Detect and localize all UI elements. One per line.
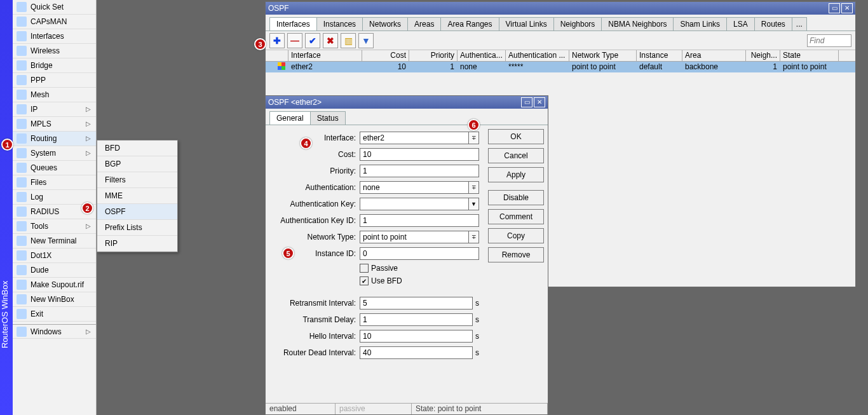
tab-virtual-links[interactable]: Virtual Links (499, 17, 554, 31)
menu-item-quick-set[interactable]: Quick Set (13, 0, 96, 15)
tab-lsa[interactable]: LSA (726, 17, 755, 31)
menu-item-wireless[interactable]: Wireless (13, 44, 96, 58)
interface-field[interactable] (360, 132, 469, 144)
tab-interfaces[interactable]: Interfaces (269, 17, 317, 31)
tab-area-ranges[interactable]: Area Ranges (440, 17, 499, 31)
col-header[interactable]: Instance (637, 50, 682, 61)
menu-item-queues[interactable]: Queues (13, 161, 96, 175)
submenu-item-mme[interactable]: MME (97, 188, 177, 204)
menu-icon (17, 104, 27, 114)
close-icon[interactable]: ✕ (534, 97, 545, 107)
dead-field[interactable] (360, 346, 473, 359)
col-header[interactable]: Cost (362, 50, 409, 61)
tab-areas[interactable]: Areas (407, 17, 441, 31)
menu-item-windows[interactable]: Windows▷ (13, 324, 96, 339)
enable-button[interactable]: ✔ (305, 33, 320, 48)
tab-instances[interactable]: Instances (316, 17, 363, 31)
submenu-item-filters[interactable]: Filters (97, 172, 177, 188)
menu-item-ppp[interactable]: PPP (13, 73, 96, 88)
hello-field[interactable] (360, 330, 473, 343)
menu-item-dot1x[interactable]: Dot1X (13, 248, 96, 263)
retrans-field[interactable] (360, 297, 473, 310)
menu-item-mesh[interactable]: Mesh (13, 88, 96, 102)
apply-button[interactable]: Apply (488, 167, 544, 182)
menu-item-dude[interactable]: Dude (13, 263, 96, 278)
authkeyid-field[interactable] (360, 214, 479, 227)
close-icon[interactable]: ✕ (841, 3, 853, 13)
priority-field[interactable] (360, 165, 479, 177)
menu-item-capsman[interactable]: CAPsMAN (13, 15, 96, 29)
label-cost: Cost: (271, 150, 360, 159)
menu-item-routing[interactable]: Routing▷ (13, 132, 96, 146)
instid-field[interactable] (360, 247, 479, 260)
comment-button[interactable]: Comment (488, 209, 544, 224)
remove-btn[interactable]: Remove (488, 247, 544, 262)
submenu-item-bgp[interactable]: BGP (97, 156, 177, 172)
disable-button[interactable]: Disable (488, 190, 544, 205)
col-header[interactable]: Authentica... (458, 50, 506, 61)
menu-item-system[interactable]: System▷ (13, 146, 96, 161)
col-header[interactable]: Interface (288, 50, 362, 61)
menu-item-exit[interactable]: Exit (13, 307, 96, 322)
col-header[interactable]: Network Type (569, 50, 637, 61)
interface-dropdown[interactable]: ∓ (469, 132, 479, 144)
find-input[interactable] (807, 34, 851, 47)
tab-general[interactable]: General (269, 111, 311, 125)
submenu-item-prefix-lists[interactable]: Prefix Lists (97, 220, 177, 236)
menu-item-bridge[interactable]: Bridge (13, 58, 96, 73)
menu-item-new-terminal[interactable]: New Terminal (13, 234, 96, 248)
col-header[interactable]: Area (682, 50, 746, 61)
add-button[interactable]: ✚ (269, 33, 285, 48)
tab-more[interactable]: ... (792, 17, 807, 31)
authkey-dropdown[interactable]: ▼ (469, 198, 479, 210)
table-row[interactable]: ether2101none*****point to pointdefaultb… (266, 62, 855, 72)
restore-icon[interactable]: ▭ (521, 97, 532, 107)
tab-sham-links[interactable]: Sham Links (673, 17, 727, 31)
nettype-dropdown[interactable]: ∓ (469, 231, 479, 243)
copy-button[interactable]: Copy (488, 228, 544, 243)
col-header[interactable] (266, 50, 288, 61)
nettype-field[interactable] (360, 231, 469, 243)
menu-item-tools[interactable]: Tools▷ (13, 219, 96, 234)
comment-button[interactable]: ▥ (341, 33, 356, 48)
auth-dropdown[interactable]: ∓ (469, 181, 479, 194)
iface-titlebar[interactable]: OSPF <ether2> ▭ ✕ (266, 96, 548, 109)
filter-icon[interactable]: ▼ (358, 33, 374, 48)
restore-icon[interactable]: ▭ (829, 3, 840, 13)
menu-item-make-supout-rif[interactable]: Make Supout.rif (13, 278, 96, 292)
disable-button[interactable]: ✖ (323, 33, 338, 48)
menu-item-mpls[interactable]: MPLS▷ (13, 117, 96, 132)
cost-field[interactable] (360, 148, 479, 161)
remove-button[interactable]: — (287, 33, 302, 48)
menu-item-interfaces[interactable]: Interfaces (13, 29, 96, 44)
submenu-item-bfd[interactable]: BFD (97, 140, 177, 156)
auth-field[interactable] (360, 181, 469, 194)
col-header[interactable]: Authentication ... (506, 50, 569, 61)
submenu-item-rip[interactable]: RIP (97, 236, 177, 252)
txdelay-field[interactable] (360, 313, 473, 326)
step-badge-6: 6 (468, 119, 480, 131)
menu-item-files[interactable]: Files (13, 175, 96, 190)
label-nettype: Network Type: (271, 233, 360, 242)
tab-routes[interactable]: Routes (754, 17, 792, 31)
tab-networks[interactable]: Networks (362, 17, 408, 31)
menu-icon (17, 250, 27, 261)
cancel-button[interactable]: Cancel (488, 148, 544, 163)
ospf-titlebar[interactable]: OSPF ▭ ✕ (266, 2, 855, 15)
tab-neighbors[interactable]: Neighbors (553, 17, 602, 31)
submenu-item-ospf[interactable]: OSPF (97, 204, 177, 220)
cell: point to point (780, 62, 839, 72)
authkey-field[interactable] (360, 198, 469, 210)
menu-item-ip[interactable]: IP▷ (13, 102, 96, 117)
status-state: State: point to point (412, 404, 548, 414)
col-header[interactable]: State (780, 50, 839, 61)
ok-button[interactable]: OK (488, 129, 544, 144)
col-header[interactable]: Neigh... (746, 50, 780, 61)
tab-nbma-neighbors[interactable]: NBMA Neighbors (601, 17, 674, 31)
menu-item-new-winbox[interactable]: New WinBox (13, 292, 96, 307)
usebfd-checkbox[interactable]: ✔ (360, 276, 369, 285)
status-enabled: enabled (266, 404, 336, 414)
passive-checkbox[interactable] (360, 264, 369, 273)
tab-status[interactable]: Status (310, 111, 346, 125)
col-header[interactable]: Priority (409, 50, 458, 61)
